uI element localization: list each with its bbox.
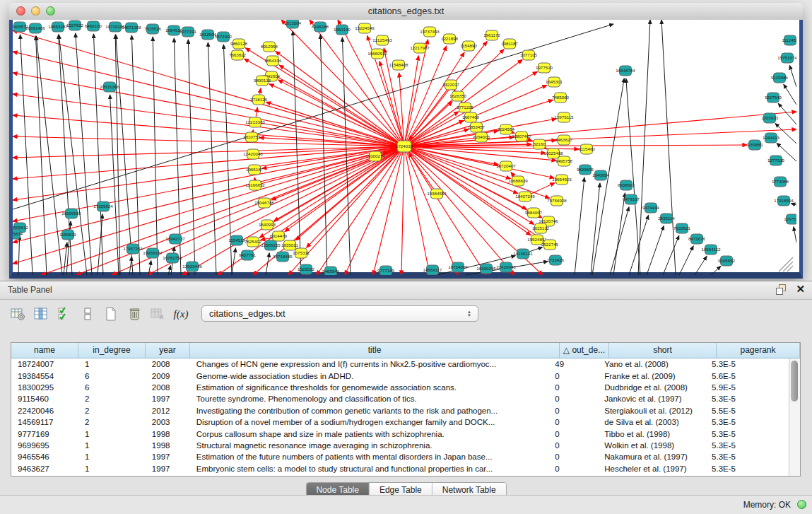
table-cell[interactable]: 0 [548, 452, 598, 461]
table-cell[interactable]: 1998 [146, 430, 190, 438]
column-header-title[interactable]: title [190, 343, 560, 358]
table-row[interactable]: 1938455462009Genome-wide association stu… [11, 370, 789, 381]
graph-edge[interactable] [610, 207, 629, 275]
table-cell[interactable]: 0 [548, 395, 598, 403]
table-cell[interactable]: 5.3E-5 [705, 441, 789, 450]
table-cell[interactable]: 2009 [146, 372, 190, 380]
table-cell[interactable]: 5.3E-5 [705, 465, 789, 473]
graph-edge[interactable] [406, 152, 430, 275]
table-cell[interactable]: Nakamura et al. (1997) [598, 452, 705, 461]
table-cell[interactable]: 14569117 [11, 418, 78, 426]
graph-edge[interactable] [661, 20, 676, 275]
graph-edge[interactable] [13, 30, 399, 145]
destroy-table-button[interactable] [150, 306, 165, 322]
graph-edge[interactable] [401, 152, 404, 275]
close-panel-icon[interactable]: ✕ [796, 284, 805, 294]
table-settings-button[interactable] [10, 306, 25, 322]
table-cell[interactable]: Tourette syndrome. Phenomenology and cla… [190, 395, 549, 403]
graph-edge[interactable] [293, 31, 301, 275]
table-cell[interactable]: 5.3E-5 [705, 360, 789, 368]
column-header-pagerank[interactable]: pagerank [717, 343, 800, 358]
table-cell[interactable]: 0 [548, 441, 598, 450]
table-cell[interactable]: 0 [548, 430, 598, 438]
graph-edge[interactable] [131, 35, 140, 275]
table-cell[interactable]: 9465546 [11, 452, 78, 461]
graph-edge[interactable] [129, 257, 132, 275]
graph-edge[interactable] [259, 88, 261, 94]
table-row[interactable]: 977716911998Corpus callosum shape and si… [11, 428, 789, 439]
column-header-year[interactable]: year [146, 343, 190, 358]
table-cell[interactable]: 2 [78, 407, 146, 415]
table-cell[interactable]: 0 [548, 418, 598, 426]
table-cell[interactable]: 5.3E-5 [705, 452, 789, 461]
graph-edge[interactable] [530, 183, 555, 194]
graph-edge[interactable] [408, 102, 452, 143]
graph-edge[interactable] [253, 130, 254, 132]
graph-edge[interactable] [626, 78, 640, 275]
table-row[interactable]: 946554611997Estimation of the future num… [11, 451, 789, 462]
window-titlebar[interactable]: citations_edges.txt [9, 3, 803, 21]
table-cell[interactable]: Yano et al. (2008) [598, 360, 705, 368]
table-cell[interactable]: 2 [78, 395, 146, 403]
table-cell[interactable]: 5.5E-5 [705, 407, 789, 415]
graph-edge[interactable] [406, 40, 428, 141]
table-cell[interactable]: 9115460 [11, 395, 78, 403]
table-cell[interactable]: 22420046 [11, 407, 78, 415]
table-cell[interactable]: 5.3E-5 [705, 430, 789, 438]
graph-edge[interactable] [279, 65, 399, 144]
graph-edge[interactable] [232, 248, 235, 275]
table-cell[interactable]: Estimation of the future numbers of pati… [190, 452, 549, 461]
select-columns-button[interactable] [57, 306, 72, 322]
graph-edge[interactable] [647, 226, 664, 275]
table-cell[interactable]: Franke et al. (2009) [598, 372, 705, 380]
graph-edge[interactable] [76, 33, 92, 275]
function-builder-button[interactable]: f(x) [173, 306, 189, 322]
graph-edge[interactable] [13, 52, 399, 145]
graph-edge[interactable] [320, 35, 327, 275]
graph-edge[interactable] [778, 103, 796, 124]
graph-edge[interactable] [259, 149, 399, 238]
table-row[interactable]: 1456911722003Disruption of a novel membe… [11, 416, 789, 428]
table-cell[interactable]: 5.3E-5 [705, 418, 789, 426]
column-header-out-degree[interactable]: △ out_de... [560, 343, 609, 358]
table-cell[interactable]: de Silva et al. (2003) [598, 418, 705, 426]
table-cell[interactable]: 1 [78, 441, 146, 450]
table-cell[interactable]: Dudbridge et al. (2008) [598, 383, 705, 392]
table-cell[interactable]: Structural magnetic resonance image aver… [190, 441, 549, 450]
table-cell[interactable]: 2008 [146, 360, 190, 368]
column-header-name[interactable]: name [11, 343, 78, 358]
graph-edge[interactable] [410, 129, 796, 146]
table-cell[interactable]: 0 [548, 407, 598, 415]
show-columns-button[interactable] [33, 306, 49, 322]
scrollbar-thumb[interactable] [791, 361, 798, 402]
graph-edge[interactable] [345, 151, 402, 275]
table-select-dropdown[interactable]: citations_edges.txt ▲▼ [201, 305, 478, 322]
table-cell[interactable]: 6 [78, 383, 146, 392]
table-cell[interactable]: 5.6E-5 [705, 372, 789, 380]
table-row[interactable]: 969969511998Structural magnetic resonanc… [11, 440, 789, 451]
graph-edge[interactable] [791, 203, 796, 205]
table-cell[interactable]: Stergiakouli et al. (2012) [598, 407, 705, 415]
table-cell[interactable]: 0 [548, 465, 598, 473]
table-cell[interactable]: 6 [78, 372, 146, 380]
table-cell[interactable]: 1998 [146, 441, 190, 450]
table-cell[interactable]: 2003 [146, 418, 190, 426]
column-header-short[interactable]: short [609, 343, 717, 358]
table-cell[interactable]: Tibbo et al. (1998) [598, 430, 705, 438]
table-cell[interactable]: 9463627 [11, 465, 78, 473]
graph-edge[interactable] [407, 151, 486, 275]
graph-edge[interactable] [36, 36, 62, 275]
graph-edge[interactable] [575, 177, 584, 275]
table-row[interactable]: 2242004622012Investigating the contribut… [11, 405, 789, 416]
table-cell[interactable]: 2 [78, 418, 146, 426]
table-row[interactable]: 1830029562008Estimation of significance … [11, 382, 789, 393]
table-row[interactable]: 1872400712008Changes of HCN gene express… [11, 358, 789, 370]
table-cell[interactable]: Hescheler et al. (1997) [598, 465, 705, 473]
graph-edge[interactable] [36, 36, 47, 275]
graph-edge[interactable] [695, 256, 707, 275]
graph-edge[interactable] [638, 20, 650, 275]
table-cell[interactable]: 1 [78, 452, 146, 461]
table-cell[interactable]: 1 [78, 465, 146, 473]
table-scrollbar[interactable] [789, 358, 800, 476]
float-panel-icon[interactable] [776, 284, 786, 294]
